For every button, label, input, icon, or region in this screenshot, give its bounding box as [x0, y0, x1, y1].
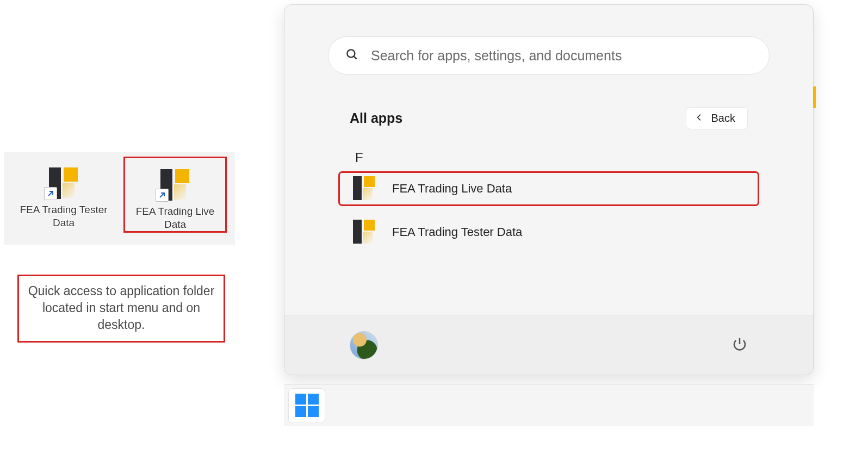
start-button[interactable] — [288, 388, 325, 423]
shortcut-overlay-icon — [156, 189, 169, 202]
svg-line-1 — [354, 56, 356, 59]
search-input[interactable] — [371, 48, 753, 64]
user-avatar[interactable] — [350, 331, 378, 359]
chevron-left-icon — [695, 112, 704, 125]
app-item-label: FEA Trading Live Data — [392, 182, 512, 196]
power-button[interactable] — [731, 336, 748, 355]
windows-logo-icon — [295, 394, 319, 417]
alpha-group-header[interactable]: F — [284, 140, 813, 169]
start-menu-window: All apps Back F FEA Trading Live Data FE… — [284, 4, 814, 375]
fea-app-icon — [153, 158, 197, 202]
fea-app-icon — [352, 220, 377, 245]
desktop-area: FEA Trading Tester Data FEA Trading Live… — [4, 152, 235, 245]
taskbar — [284, 384, 814, 426]
desktop-shortcut-fea-live[interactable]: FEA Trading Live Data — [123, 157, 227, 233]
desktop-shortcut-label: FEA Trading Tester Data — [15, 203, 113, 229]
desktop-shortcut-fea-tester[interactable]: FEA Trading Tester Data — [12, 157, 115, 229]
fea-app-icon — [42, 157, 85, 200]
shortcut-overlay-icon — [44, 187, 57, 200]
fea-app-icon — [352, 176, 377, 201]
search-bar[interactable] — [328, 36, 770, 74]
background-yellow-sliver — [813, 86, 816, 108]
app-item-label: FEA Trading Tester Data — [392, 225, 522, 239]
all-apps-heading: All apps — [350, 110, 402, 126]
app-list: FEA Trading Live Data FEA Trading Tester… — [284, 169, 813, 249]
app-item-fea-tester[interactable]: FEA Trading Tester Data — [339, 215, 759, 249]
search-icon — [345, 47, 359, 64]
annotation-caption: Quick access to application folder locat… — [17, 275, 225, 343]
app-item-fea-live[interactable]: FEA Trading Live Data — [339, 172, 759, 206]
desktop-shortcut-label: FEA Trading Live Data — [126, 205, 224, 231]
start-menu-footer — [284, 315, 813, 375]
back-button-label: Back — [711, 112, 735, 125]
back-button[interactable]: Back — [686, 107, 748, 129]
svg-point-0 — [347, 49, 355, 57]
